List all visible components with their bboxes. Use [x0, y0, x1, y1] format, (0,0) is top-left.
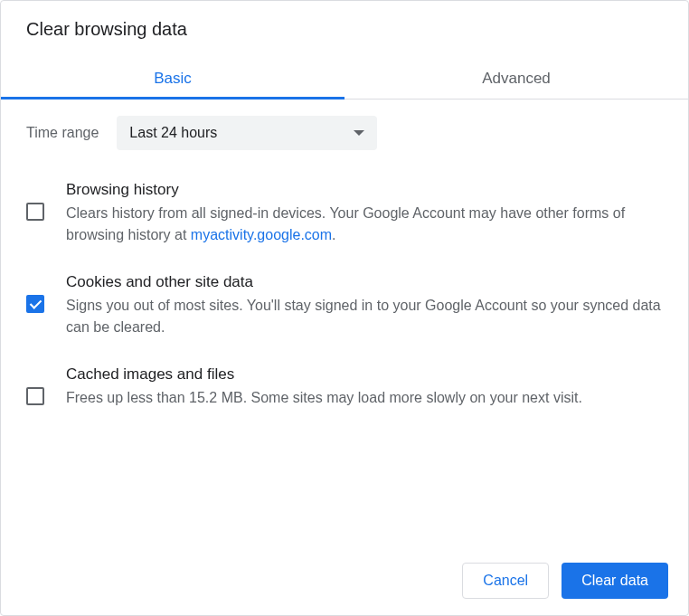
option-title: Browsing history [66, 181, 663, 199]
dialog-content: Time range Last 24 hours Browsing histor… [1, 100, 688, 546]
checkbox-browsing-history[interactable] [26, 203, 44, 221]
option-desc: Frees up less than 15.2 MB. Some sites m… [66, 387, 663, 409]
option-browsing-history: Browsing history Clears history from all… [26, 181, 663, 246]
option-cookies: Cookies and other site data Signs you ou… [26, 273, 663, 338]
checkbox-cookies[interactable] [26, 295, 44, 313]
option-text: Cookies and other site data Signs you ou… [66, 273, 663, 338]
tab-basic[interactable]: Basic [1, 60, 344, 99]
tabs: Basic Advanced [1, 60, 688, 100]
chevron-down-icon [354, 130, 364, 136]
time-range-label: Time range [26, 125, 99, 141]
option-desc: Clears history from all signed-in device… [66, 203, 663, 246]
checkbox-cached[interactable] [26, 387, 44, 405]
clear-browsing-data-dialog: Clear browsing data Basic Advanced Time … [0, 0, 689, 616]
time-range-selected: Last 24 hours [129, 125, 217, 141]
tab-advanced[interactable]: Advanced [344, 60, 688, 99]
time-range-dropdown[interactable]: Last 24 hours [117, 116, 377, 150]
dialog-footer: Cancel Clear data [1, 546, 688, 615]
option-desc-text: Clears history from all signed-in device… [66, 205, 625, 242]
option-title: Cached images and files [66, 365, 663, 384]
clear-data-button[interactable]: Clear data [562, 563, 668, 599]
time-range-row: Time range Last 24 hours [26, 116, 663, 150]
option-desc: Signs you out of most sites. You'll stay… [66, 295, 663, 338]
dialog-title: Clear browsing data [1, 3, 688, 60]
cancel-button[interactable]: Cancel [462, 563, 549, 599]
option-desc-text: . [332, 227, 335, 242]
option-text: Cached images and files Frees up less th… [66, 365, 663, 409]
myactivity-link[interactable]: myactivity.google.com [191, 227, 332, 242]
option-text: Browsing history Clears history from all… [66, 181, 663, 246]
option-title: Cookies and other site data [66, 273, 663, 291]
option-cached: Cached images and files Frees up less th… [26, 365, 663, 409]
